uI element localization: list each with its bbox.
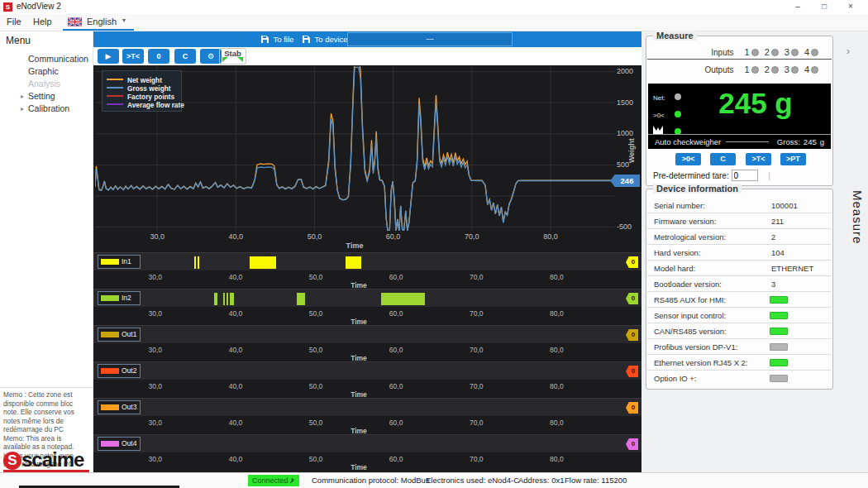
strip-signal-bar	[250, 256, 276, 269]
strip-value-badge: 0	[626, 256, 638, 268]
x-tick-label: 30,0	[145, 232, 169, 241]
x-tick-label: 60,0	[384, 419, 408, 427]
device-info-label: Option IO +:	[654, 371, 697, 386]
clear-button[interactable]: C	[710, 153, 736, 165]
legend-swatch	[107, 95, 123, 97]
menu-file[interactable]: File	[7, 17, 21, 26]
device-info-label: Sensor input control:	[654, 308, 726, 323]
strip-track: In20	[93, 289, 641, 307]
x-tick-label: 30,0	[144, 273, 167, 281]
inputs-led-row: Inputs1234	[647, 43, 832, 60]
sidebar-item-label: Communication	[28, 54, 88, 64]
input-number: 1	[745, 47, 750, 57]
input-led	[811, 49, 818, 56]
minimize-button[interactable]: –	[785, 0, 810, 13]
menu-help[interactable]: Help	[33, 17, 52, 26]
more-options-button[interactable]: ---	[347, 32, 513, 46]
strip-swatch	[101, 295, 119, 301]
x-tick-label: 60,0	[384, 346, 408, 354]
close-button[interactable]: ×	[838, 0, 863, 13]
device-info-row: Sensor input control:	[647, 308, 832, 323]
x-tick-label: 40,0	[224, 419, 247, 427]
tare-divider: |	[768, 171, 770, 180]
weight-chart[interactable]: Net weightGross weightFactory pointsAver…	[93, 65, 641, 251]
memo-notepad[interactable]: Memo : Cette zone est disponible comme b…	[0, 387, 93, 447]
sidebar-item-calibration[interactable]: ▸Calibration	[0, 103, 93, 115]
x-tick-label: 50,0	[304, 455, 327, 463]
collapse-panel-chevron-icon[interactable]: ›	[847, 45, 850, 57]
strip-value-badge: 0	[626, 293, 638, 304]
x-tick-label: 60,0	[384, 455, 408, 463]
tare-button[interactable]: >T<	[122, 49, 144, 64]
tare-button[interactable]: >T<	[746, 153, 771, 165]
io-strip-out2[interactable]: Out2030,040,050,060,070,080,0Time	[93, 361, 641, 398]
io-strip-out3[interactable]: Out3030,040,050,060,070,080,0Time	[93, 398, 641, 434]
sidebar-item-graphic[interactable]: Graphic	[0, 65, 93, 78]
status-item: Address: 0x1	[518, 476, 564, 485]
strip-name: Out3	[122, 403, 136, 411]
connection-status-badge: Connected	[248, 475, 299, 486]
strip-track: Out10	[93, 325, 641, 343]
device-info-label: Ethernet version RJ45 X 2:	[654, 355, 748, 371]
x-tick-label: 60,0	[384, 309, 408, 318]
x-tick-label: 60,0	[382, 232, 405, 241]
preset-tare-button[interactable]: >PT	[780, 153, 806, 165]
sidebar-item-analysis: Analysis	[0, 78, 93, 90]
strip-signal-bar	[214, 293, 217, 305]
chevron-down-icon: ▾	[122, 17, 126, 24]
display-indicator-row: Net:	[653, 89, 681, 98]
x-tick-label: 50,0	[304, 309, 327, 318]
measure-side-tab[interactable]: Measure	[837, 190, 865, 244]
gross-value: 245	[804, 137, 817, 146]
status-item: Electronics used: eNod4-C	[426, 476, 519, 485]
x-tick-label: 70,0	[465, 419, 488, 427]
sidebar-item-communication[interactable]: Communication	[0, 53, 93, 65]
to-device-button[interactable]: To device	[303, 31, 348, 47]
zero-button[interactable]: 0	[148, 49, 169, 64]
strip-value-badge: 0	[626, 402, 638, 414]
sidebar-item-setting[interactable]: ▸Setting	[0, 90, 93, 103]
io-strip-out1[interactable]: Out1030,040,050,060,070,080,0Time	[93, 325, 641, 361]
status-pill-green	[770, 296, 788, 304]
tare-input[interactable]	[732, 170, 758, 181]
device-info-value: 3	[771, 276, 775, 292]
strip-track: Out20	[93, 361, 641, 380]
sidebar-item-label: Setting	[28, 91, 55, 101]
output-number: 2	[765, 65, 770, 74]
outputs-led-row: Outputs1234	[647, 60, 832, 77]
to-file-button[interactable]: To file	[261, 31, 293, 47]
strip-track: In10	[93, 252, 641, 270]
connected-label: Connected	[252, 476, 289, 485]
x-tick-label: 30,0	[144, 455, 167, 463]
x-tick-label: 60,0	[384, 273, 408, 281]
x-tick-label: 30,0	[144, 309, 167, 318]
io-strip-in2[interactable]: In2030,040,050,060,070,080,0Time	[93, 289, 641, 325]
outputs-label: Outputs	[704, 65, 733, 74]
y-tick-label: 1500	[617, 98, 640, 107]
x-tick-label: 30,0	[144, 346, 167, 354]
stab-arrow-left-icon	[222, 57, 228, 62]
device-info-row: Metrological version:2	[647, 229, 832, 245]
play-button[interactable]: ▶	[98, 49, 119, 64]
strip-track: Out40	[93, 434, 641, 452]
language-selector[interactable]: English ▾	[63, 14, 134, 31]
uk-flag-icon	[68, 17, 82, 26]
strip-signal-bar	[194, 256, 196, 269]
clear-button[interactable]: C	[174, 49, 196, 64]
x-tick-label: 50,0	[304, 273, 327, 281]
io-strip-out4[interactable]: Out4030,040,050,060,070,080,0Time	[93, 434, 641, 471]
strip-track: Out30	[93, 398, 641, 416]
x-tick-label: 80,0	[545, 273, 568, 281]
io-strip-in1[interactable]: In1030,040,050,060,070,080,0Time	[93, 252, 641, 289]
zero-button[interactable]: >0<	[675, 153, 701, 165]
maximize-button[interactable]: □	[812, 0, 837, 13]
x-tick-label: 70,0	[465, 309, 488, 318]
strip-name: Out2	[122, 366, 136, 375]
device-info-row: Firmware version:211	[647, 213, 832, 229]
x-tick-label: 80,0	[545, 309, 568, 318]
output-led	[791, 66, 799, 74]
x-tick-label: 50,0	[304, 382, 327, 390]
device-info-label: CAN/RS485 version:	[654, 323, 727, 339]
gross-unit: g	[820, 137, 824, 146]
strip-signal-bar	[381, 293, 425, 305]
